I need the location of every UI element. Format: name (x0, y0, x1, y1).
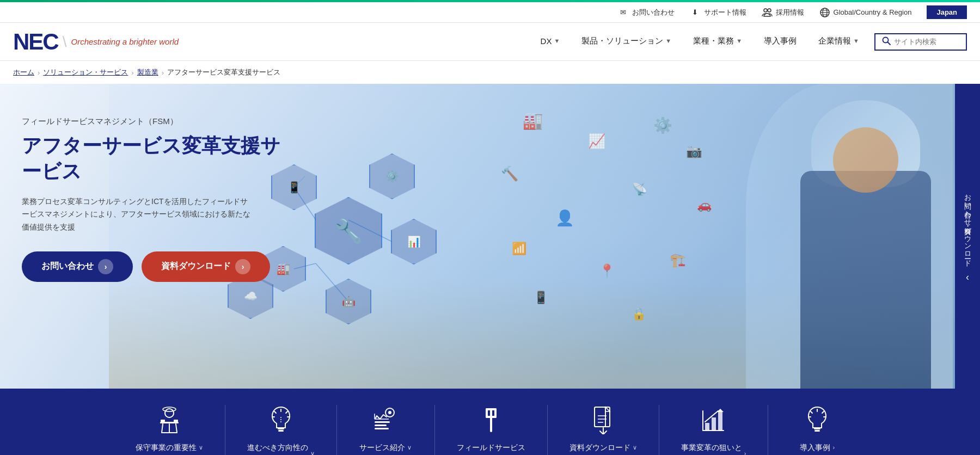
search-input[interactable] (894, 38, 959, 46)
bottom-nav-transformation[interactable]: 事業変革の狙いと効果 › (659, 405, 769, 455)
chevron-down-icon: ∨ (407, 443, 412, 452)
svg-rect-20 (278, 430, 284, 432)
service-chart-icon (372, 405, 399, 435)
svg-rect-19 (278, 428, 284, 429)
svg-rect-17 (160, 422, 179, 423)
chevron-down-icon: ∨ (310, 449, 315, 455)
svg-rect-47 (712, 417, 716, 431)
scatter-chart-icon: 📈 (588, 133, 605, 150)
chevron-down-icon: ▼ (665, 38, 671, 44)
breadcrumb-solutions[interactable]: ソリューション・サービス (43, 67, 128, 77)
scatter-build-icon: 🏗️ (670, 253, 686, 268)
breadcrumb: ホーム › ソリューション・サービス › 製造業 › アフターサービス変革支援サ… (0, 61, 980, 84)
wrench-icon (481, 405, 501, 435)
arrow-icon: › (235, 259, 250, 274)
hero-section: 🔧 📱 ⚙️ 📊 🏭 ☁️ 🤖 🏭 📈 (0, 84, 980, 389)
scatter-car-icon: 🚗 (697, 198, 712, 212)
bottom-nav-examples-label: 導入事例 › (800, 442, 835, 453)
scatter-factory-icon: 🏭 (523, 111, 543, 130)
growth-chart-icon (701, 405, 726, 435)
side-panel-text: お問い合わせ・資料ダウンロード (963, 189, 972, 263)
nav-products[interactable]: 製品・ソリューション ▼ (571, 23, 682, 61)
arrow-icon: › (98, 259, 113, 274)
contact-button[interactable]: お問い合わせ › (22, 251, 133, 282)
nav-dx[interactable]: DX ▼ (530, 23, 571, 61)
hex-6: 🤖 (327, 280, 370, 323)
svg-rect-48 (718, 412, 722, 431)
svg-rect-31 (375, 428, 389, 429)
scatter-map-icon: 📍 (599, 263, 615, 279)
svg-rect-15 (161, 420, 165, 422)
bottom-nav-download[interactable]: 資料ダウンロード ∨ (548, 405, 659, 455)
svg-rect-39 (595, 407, 610, 427)
bottom-nav-fsm[interactable]: フィールドサービススマネジメント (435, 405, 548, 455)
logo-divider: \ (63, 33, 67, 51)
hex-3: 📊 (392, 220, 436, 263)
header: NEC \ Orchestrating a brighter world DX … (0, 23, 980, 61)
utility-global[interactable]: Global/Country & Region (819, 7, 912, 18)
chevron-down-icon: ▼ (853, 38, 859, 44)
scatter-wifi-icon: 📡 (632, 182, 648, 197)
breadcrumb-sep: › (162, 69, 164, 77)
svg-line-54 (822, 411, 824, 413)
search-box[interactable] (874, 33, 967, 51)
bottom-nav-transformation-label: 事業変革の狙いと効果 › (681, 442, 746, 455)
chevron-left-icon: ‹ (966, 272, 969, 283)
nav-industry[interactable]: 業種・業務 ▼ (682, 23, 753, 61)
chevron-down-icon: ∨ (199, 443, 203, 452)
nav-company[interactable]: 企業情報 ▼ (807, 23, 870, 61)
document-icon (592, 405, 614, 435)
globe-icon (819, 7, 830, 18)
hero-title: アフターサービス変革支援サービス (22, 133, 294, 185)
bottom-nav-importance-label: 保守事業の重要性 ∨ (136, 442, 203, 453)
breadcrumb-current: アフターサービス変革支援サービス (167, 67, 280, 77)
japan-button[interactable]: Japan (927, 5, 967, 19)
body-shape (800, 171, 931, 389)
breadcrumb-manufacturing[interactable]: 製造業 (137, 67, 158, 77)
chevron-right-icon: › (832, 443, 835, 452)
utility-recruit[interactable]: 採用情報 (762, 7, 804, 18)
bottom-nav-importance[interactable]: 保守事業の重要性 ∨ (114, 405, 225, 455)
utility-support[interactable]: ⬇ サポート情報 (690, 7, 746, 18)
breadcrumb-home[interactable]: ホーム (13, 67, 34, 77)
svg-point-14 (165, 409, 174, 417)
search-icon (882, 36, 891, 47)
utility-contact[interactable]: ✉ お問い合わせ (618, 7, 675, 18)
svg-rect-16 (174, 420, 178, 422)
scatter-lock-icon: 🔒 (632, 307, 646, 321)
scatter-phone-icon: 📱 (534, 291, 548, 305)
svg-rect-50 (814, 428, 820, 429)
side-panel[interactable]: お問い合わせ・資料ダウンロード ‹ (955, 84, 980, 389)
lightbulb-icon (270, 405, 292, 435)
bottom-nav-direction[interactable]: 進むべき方向性のご提案 ∨ (225, 405, 337, 455)
download-button[interactable]: 資料ダウンロード › (142, 251, 270, 282)
svg-line-8 (888, 42, 891, 45)
hero-content: フィールドサービスマネジメント（FSM） アフターサービス変革支援サービス 業務… (22, 116, 294, 282)
nav-cases[interactable]: 導入事例 (753, 23, 807, 61)
logo-tagline: Orchestrating a brighter world (71, 37, 179, 46)
scatter-gear-icon: ⚙️ (653, 116, 672, 134)
utility-bar: ✉ お問い合わせ ⬇ サポート情報 採用情報 Global/Country & … (0, 2, 980, 23)
svg-point-0 (764, 9, 767, 12)
svg-rect-40 (595, 407, 605, 427)
scatter-icons: 🏭 📈 ⚙️ 🔨 📡 👤 📶 📍 📱 📷 🚗 🏗️ 🔒 (479, 100, 751, 372)
svg-rect-51 (814, 430, 820, 432)
chevron-down-icon: › (744, 449, 746, 455)
svg-line-23 (286, 411, 287, 413)
nec-logo: NEC (13, 30, 58, 53)
download-icon: ⬇ (690, 7, 701, 18)
svg-rect-30 (375, 425, 387, 426)
svg-line-53 (811, 411, 812, 413)
logo-area[interactable]: NEC \ Orchestrating a brighter world (13, 30, 179, 53)
svg-rect-46 (705, 423, 709, 431)
scatter-person-icon: 👤 (555, 209, 574, 227)
face-shape (833, 127, 898, 193)
bottom-nav-download-label: 資料ダウンロード ∨ (569, 442, 637, 453)
bottom-nav-examples[interactable]: 導入事例 › (768, 405, 866, 455)
bottom-nav-service[interactable]: サービス紹介 ∨ (337, 405, 435, 455)
scatter-tools-icon: 🔨 (501, 165, 518, 182)
hero-description: 業務プロセス変革コンサルティングとICTを活用したフィールドサービスマネジメント… (22, 195, 250, 234)
chevron-down-icon: ▼ (736, 38, 742, 44)
scatter-tower-icon: 📶 (512, 242, 526, 256)
hero-person-area (746, 84, 953, 389)
